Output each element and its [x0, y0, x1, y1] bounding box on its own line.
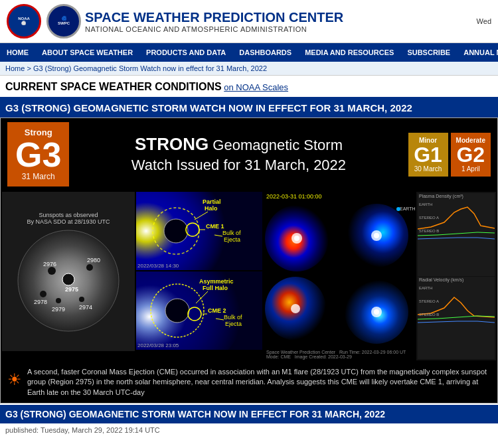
storm-title-strong: STRONG: [135, 134, 208, 154]
svg-text:STEREO A: STEREO A: [419, 299, 439, 303]
header-subtitle: NATIONAL OCEANIC AND ATMOSPHERIC ADMINIS…: [85, 25, 343, 33]
sim-top-right: EARTH: [340, 202, 415, 274]
svg-text:Halo: Halo: [205, 205, 218, 212]
svg-text:CME 2: CME 2: [208, 307, 226, 314]
svg-text:EARTH: EARTH: [419, 286, 432, 290]
logo-area: NOAA⚪ 🌀SWPC: [7, 4, 81, 38]
noaa-scales-link[interactable]: on NOAA Scales: [224, 82, 288, 92]
svg-point-16: [164, 219, 188, 243]
svg-text:Ejecta: Ejecta: [225, 321, 242, 327]
breadcrumb-home[interactable]: Home: [5, 64, 25, 72]
sim-timestamp: 2022-03-31 01:00:00: [264, 192, 415, 201]
cme-bottom-panel: Asymmetric Full Halo CME 2 Bulk of Eject…: [136, 271, 262, 350]
g2-level: G2: [456, 144, 485, 165]
svg-text:2979: 2979: [52, 306, 65, 313]
svg-text:Asymmetric: Asymmetric: [199, 278, 234, 285]
radial-velocity-graph: Radial Velocity (km/s) EARTH STEREO A ST…: [418, 277, 495, 360]
graphs-panel: Plasma Density (cm³) EARTH STEREO A STER…: [416, 192, 496, 360]
svg-point-51: [291, 304, 300, 313]
sunspot-svg: 2976 2975 2980 2978 2979 2974: [15, 228, 122, 334]
svg-point-9: [56, 298, 61, 303]
svg-point-55: [374, 309, 379, 315]
sim-footer: Space Weather Prediction Center Run Time…: [264, 348, 415, 360]
sim-grid: EARTH: [264, 202, 415, 274]
plasma-density-svg: EARTH STEREO A STEREO B: [418, 199, 495, 242]
plasma-density-graph: Plasma Density (cm³) EARTH STEREO A STER…: [418, 193, 495, 276]
nav-home[interactable]: HOME: [0, 43, 35, 62]
svg-text:2975: 2975: [65, 286, 78, 293]
svg-text:STEREO B: STEREO B: [419, 229, 439, 233]
header: NOAA⚪ 🌀SWPC SPACE WEATHER PREDICTION CEN…: [0, 0, 498, 43]
noaa-logo: NOAA⚪: [7, 4, 41, 38]
svg-text:Ejecta: Ejecta: [224, 236, 240, 243]
header-date: Wed: [477, 17, 491, 25]
svg-point-7: [40, 291, 46, 297]
storm-g2-box: Moderate G2 1 April: [451, 133, 491, 177]
caption-area: ☀ A second, faster Coronal Mass Ejection…: [1, 362, 497, 403]
main-nav: HOME ABOUT SPACE WEATHER PRODUCTS AND DA…: [0, 43, 498, 62]
nav-dashboards[interactable]: DASHBOARDS: [232, 43, 298, 62]
svg-text:2980: 2980: [87, 257, 100, 263]
storm-right-boxes: Minor G1 30 March Moderate G2 1 April: [408, 122, 491, 187]
page-title-area: CURRENT SPACE WEATHER CONDITIONS on NOAA…: [0, 76, 498, 98]
svg-text:Partial: Partial: [203, 198, 221, 205]
cme-top-date: 2022/03/28 14:30: [137, 263, 179, 269]
svg-point-29: [165, 299, 189, 323]
header-title: SPACE WEATHER PREDICTION CENTER: [85, 10, 343, 25]
storm-banner: Strong G3 31 March STRONG Geomagnetic St…: [1, 118, 497, 190]
cme-bottom-svg: Asymmetric Full Halo CME 2 Bulk of Eject…: [136, 271, 262, 350]
storm-title-area: STRONG Geomagnetic StormWatch Issued for…: [76, 122, 401, 187]
cme-top-svg: Partial Halo CME 1 Bulk of Ejecta: [136, 192, 262, 270]
g2-date: 1 April: [461, 165, 480, 173]
svg-text:STEREO B: STEREO B: [419, 313, 439, 317]
content-image-area: Strong G3 31 March STRONG Geomagnetic St…: [0, 117, 498, 404]
sun-icon: ☀: [7, 368, 22, 391]
sunspot-panel: Sunspots as observedBy NASA SDO at 28/19…: [2, 192, 135, 351]
cme-top-panel: Partial Halo CME 1 Bulk of Ejecta 2022/0…: [136, 192, 262, 270]
svg-point-46: [374, 233, 379, 238]
cme-panel: Partial Halo CME 1 Bulk of Ejecta 2022/0…: [136, 192, 262, 360]
page-title: CURRENT SPACE WEATHER CONDITIONS: [5, 81, 222, 92]
svg-text:EARTH: EARTH: [419, 202, 432, 206]
g1-level: G1: [414, 144, 442, 165]
svg-point-48: [396, 207, 400, 211]
nav-media[interactable]: MEDIA AND RESOURCES: [298, 43, 400, 62]
nav-about[interactable]: ABOUT SPACE WEATHER: [35, 43, 139, 62]
bottom-alert: G3 (STRONG) GEOMAGNETIC STORM WATCH NOW …: [0, 405, 498, 423]
svg-text:STEREO A: STEREO A: [419, 216, 439, 220]
svg-text:Bulk of: Bulk of: [224, 314, 242, 321]
svg-text:Bulk of: Bulk of: [222, 230, 241, 236]
breadcrumb: Home > G3 (Strong) Geomagnetic Storm Wat…: [0, 62, 498, 76]
svg-point-11: [79, 297, 84, 302]
svg-point-42: [294, 236, 299, 241]
sim-top-left: [264, 202, 339, 274]
svg-text:CME 1: CME 1: [206, 223, 224, 230]
svg-text:2978: 2978: [34, 299, 47, 305]
svg-point-1: [48, 267, 56, 275]
storm-alert-header: G3 (STRONG) GEOMAGNETIC STORM WATCH NOW …: [0, 98, 498, 117]
sunspot-label: Sunspots as observedBy NASA SDO at 28/19…: [24, 209, 112, 228]
svg-point-3: [62, 273, 74, 285]
storm-g1-box: Minor G1 30 March: [408, 133, 448, 177]
nav-subscribe[interactable]: SUBSCRIBE: [400, 43, 457, 62]
svg-text:2974: 2974: [79, 304, 92, 311]
nav-products[interactable]: PRODUCTS AND DATA: [139, 43, 232, 62]
sim-bottom-right: [340, 275, 415, 347]
simulation-panel: 2022-03-31 01:00:00: [264, 192, 415, 360]
header-text: SPACE WEATHER PREDICTION CENTER NATIONAL…: [85, 10, 343, 33]
storm-level-date: 31 March: [22, 172, 55, 181]
breadcrumb-current: G3 (Strong) Geomagnetic Storm Watch now …: [33, 64, 267, 72]
svg-point-5: [86, 264, 93, 271]
sim-bottom-left: [264, 275, 339, 347]
g1-date: 30 March: [414, 165, 442, 173]
images-grid: Sunspots as observedBy NASA SDO at 28/19…: [1, 190, 497, 362]
svg-text:EARTH: EARTH: [400, 206, 415, 211]
nav-annual[interactable]: ANNUAL MEETING: [457, 43, 498, 62]
storm-level-g3: G3: [15, 137, 61, 172]
caption-text: A second, faster Coronal Mass Ejection (…: [27, 367, 491, 398]
radial-velocity-svg: EARTH STEREO A STEREO B: [418, 283, 495, 326]
sim-grid-bottom: [264, 275, 415, 347]
storm-level-box: Strong G3 31 March: [7, 122, 69, 187]
published-date: published: Tuesday, March 29, 2022 19:14…: [0, 423, 498, 437]
cme-bottom-date: 2022/03/28 23:05: [137, 342, 179, 348]
